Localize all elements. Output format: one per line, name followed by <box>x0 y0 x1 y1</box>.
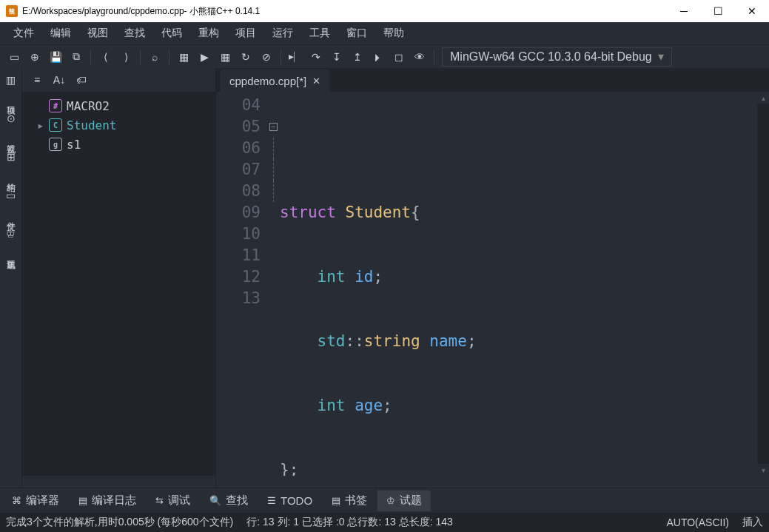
titlebar: 熊 E:/Workspaces/playground/cppdemo.cpp -… <box>0 0 769 22</box>
menu-run[interactable]: 运行 <box>265 24 300 43</box>
status-encoding[interactable]: AUTO(ASCII) <box>666 516 729 528</box>
bottom-tab-compile-log[interactable]: ▤编译日志 <box>70 491 145 511</box>
bottom-tabs: ⌘编译器 ▤编译日志 ⇆调试 🔍查找 ☰TODO ▤书签 ♔试题 <box>0 488 769 513</box>
editor-tab-label: cppdemo.cpp[*] <box>229 75 306 87</box>
show-inherited-button[interactable]: 🏷 <box>73 71 90 89</box>
forward-button[interactable]: ⟩ <box>116 47 135 67</box>
stop-debug-button[interactable]: ◻ <box>389 47 409 67</box>
compile-run-button[interactable]: ▦ <box>215 47 235 67</box>
tree-item-s1[interactable]: g s1 <box>30 135 208 154</box>
left-tab-project[interactable]: 项目 <box>3 96 19 102</box>
editor-vscroll[interactable]: ▴ ▾ <box>757 92 769 476</box>
bottom-tab-todo[interactable]: ☰TODO <box>258 491 321 511</box>
editor-tabs: cppdemo.cpp[*] ✕ <box>216 68 769 92</box>
tab-label: TODO <box>281 494 312 507</box>
menu-code[interactable]: 代码 <box>154 24 189 43</box>
structure-hscroll[interactable] <box>22 476 215 488</box>
status-insert-mode[interactable]: 插入 <box>742 516 763 529</box>
sort-alpha-button[interactable]: ≡ <box>28 71 46 89</box>
tab-label: 查找 <box>226 494 248 508</box>
compiler-label: MinGW-w64 GCC 10.3.0 64-bit Debug <box>450 50 652 64</box>
title-path: E:/Workspaces/playground/cppdemo.cpp <box>22 6 184 16</box>
fold-column: − <box>266 92 280 476</box>
todo-icon: ☰ <box>267 495 276 506</box>
statusbar: 完成3个文件的解析,用时0.005秒 (每秒600个文件) 行: 13 列: 1… <box>0 513 769 532</box>
debug-button[interactable]: ▸⎸ <box>286 47 305 67</box>
left-tab-watch-icon[interactable]: ⊙ <box>5 110 17 127</box>
save-all-button[interactable]: ⧉ <box>67 47 86 67</box>
step-over-button[interactable]: ↷ <box>306 47 326 67</box>
editor-hscroll[interactable] <box>216 476 769 488</box>
scroll-down-icon[interactable]: ▾ <box>757 464 769 476</box>
run-button[interactable]: ▶ <box>195 47 214 67</box>
problems-icon: ♔ <box>386 495 395 506</box>
tree-item-macro2[interactable]: # MACRO2 <box>30 96 208 115</box>
tree-expander[interactable]: ▸ <box>37 118 44 132</box>
left-tab-problems-icon[interactable]: ♔ <box>4 225 17 243</box>
scroll-up-icon[interactable]: ▴ <box>757 92 769 104</box>
bottom-tab-debug[interactable]: ⇆调试 <box>147 491 199 511</box>
stop-button[interactable]: ⊘ <box>257 47 276 67</box>
minimize-button[interactable]: ─ <box>667 0 701 22</box>
structure-tree[interactable]: # MACRO2 ▸ C Student g s1 <box>22 92 215 476</box>
find-button[interactable]: ⌕ <box>145 47 164 67</box>
app-icon: 熊 <box>6 5 18 17</box>
left-tab-watch[interactable]: 监视 <box>3 135 19 141</box>
code-editor[interactable]: 04 05 06 07 08 09 10 11 12 13 − <box>216 92 757 476</box>
step-into-button[interactable]: ↧ <box>327 47 346 67</box>
tree-label: MACRO2 <box>67 99 110 113</box>
structure-panel: ≡ A↓ 🏷 # MACRO2 ▸ C Student g s1 <box>22 68 216 488</box>
step-out-button[interactable]: ↥ <box>348 47 367 67</box>
compile-button[interactable]: ▦ <box>174 47 193 67</box>
left-tab-structure-icon[interactable]: ⊞ <box>5 148 17 166</box>
log-icon: ▤ <box>78 495 87 506</box>
close-button[interactable]: ✕ <box>735 0 769 22</box>
editor-tab-cppdemo[interactable]: cppdemo.cpp[*] ✕ <box>221 70 329 92</box>
structure-toolbar: ≡ A↓ 🏷 <box>22 68 215 92</box>
left-tab-structure[interactable]: 结构 <box>3 173 19 179</box>
tab-label: 书签 <box>345 494 367 508</box>
tree-item-student[interactable]: ▸ C Student <box>30 115 208 135</box>
menu-help[interactable]: 帮助 <box>376 24 412 43</box>
bottom-tab-find[interactable]: 🔍查找 <box>201 491 257 511</box>
continue-button[interactable]: ⏵ <box>369 47 388 67</box>
sort-type-button[interactable]: A↓ <box>50 71 68 89</box>
left-tab-project-icon[interactable]: ▥ <box>4 71 17 89</box>
menu-refactor[interactable]: 重构 <box>191 24 226 43</box>
menu-window[interactable]: 窗口 <box>339 24 375 43</box>
tab-label: 试题 <box>400 494 422 508</box>
maximize-button[interactable]: ☐ <box>701 0 735 22</box>
left-tab-files[interactable]: 文件 <box>3 212 19 218</box>
close-tab-icon[interactable]: ✕ <box>312 75 320 87</box>
status-position: 行: 13 列: 1 已选择 :0 总行数: 13 总长度: 143 <box>246 516 453 529</box>
fold-toggle-icon[interactable]: − <box>269 123 278 131</box>
code-content[interactable]: struct Student{ int id; std::string name… <box>280 92 757 476</box>
menubar: 文件 编辑 视图 查找 代码 重构 项目 运行 工具 窗口 帮助 <box>0 22 769 44</box>
new-file-button[interactable]: ▭ <box>4 47 24 67</box>
compiler-icon: ⌘ <box>12 495 21 506</box>
menu-project[interactable]: 项目 <box>228 24 263 43</box>
tab-label: 编译日志 <box>92 494 136 508</box>
rebuild-button[interactable]: ↻ <box>236 47 255 67</box>
menu-tools[interactable]: 工具 <box>302 24 338 43</box>
bottom-tab-compiler[interactable]: ⌘编译器 <box>3 491 68 511</box>
tab-label: 调试 <box>168 494 190 508</box>
compiler-combo[interactable]: MinGW-w64 GCC 10.3.0 64-bit Debug ▾ <box>442 47 672 67</box>
open-file-button[interactable]: ⊕ <box>25 47 44 67</box>
menu-search[interactable]: 查找 <box>117 24 152 43</box>
bookmark-icon: ▤ <box>332 495 340 506</box>
status-parse: 完成3个文件的解析,用时0.005秒 (每秒600个文件) <box>6 516 233 529</box>
menu-view[interactable]: 视图 <box>80 24 115 43</box>
left-toolbar: ▥ 项目 ⊙ 监视 ⊞ 结构 ▭ 文件 ♔ 试题集 <box>0 68 22 488</box>
editor-zone: cppdemo.cpp[*] ✕ 04 05 06 07 08 09 10 11… <box>216 68 769 488</box>
save-button[interactable]: 💾 <box>46 47 65 67</box>
tab-label: 编译器 <box>26 494 59 508</box>
left-tab-problems[interactable]: 试题集 <box>3 250 19 256</box>
back-button[interactable]: ⟨ <box>95 47 115 67</box>
left-tab-files-icon[interactable]: ▭ <box>4 186 17 204</box>
menu-edit[interactable]: 编辑 <box>43 24 78 43</box>
bottom-tab-problems[interactable]: ♔试题 <box>377 491 431 511</box>
add-watch-button[interactable]: 👁 <box>410 47 429 67</box>
menu-file[interactable]: 文件 <box>6 24 41 43</box>
bottom-tab-bookmarks[interactable]: ▤书签 <box>323 491 376 511</box>
